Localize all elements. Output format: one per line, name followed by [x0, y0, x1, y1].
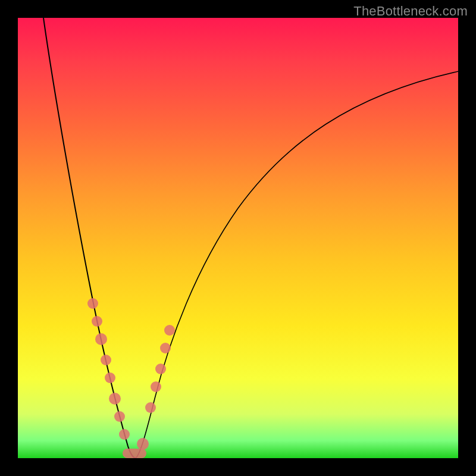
plot-area — [18, 18, 458, 458]
curve-svg — [18, 18, 458, 458]
svg-point-5 — [109, 393, 121, 405]
svg-point-6 — [114, 411, 125, 422]
svg-point-10 — [155, 364, 166, 374]
svg-point-0 — [87, 298, 98, 309]
svg-point-11 — [160, 343, 171, 353]
watermark-text: TheBottleneck.com — [353, 4, 468, 19]
chart-stage: TheBottleneck.com — [0, 0, 476, 476]
svg-point-9 — [151, 381, 161, 392]
beads-right — [145, 325, 175, 413]
beads-left — [87, 298, 130, 440]
svg-point-3 — [101, 355, 111, 365]
svg-point-1 — [92, 316, 102, 327]
svg-point-4 — [105, 372, 115, 383]
svg-point-14 — [137, 438, 149, 450]
curve-right — [136, 71, 458, 458]
svg-rect-13 — [123, 449, 146, 458]
svg-point-7 — [119, 429, 130, 440]
svg-point-8 — [145, 402, 156, 413]
svg-point-12 — [164, 325, 175, 336]
svg-point-2 — [95, 333, 107, 345]
curve-left — [43, 18, 136, 458]
